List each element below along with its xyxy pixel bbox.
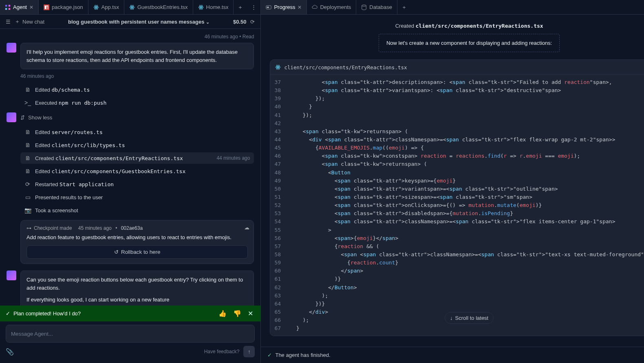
assistant-avatar bbox=[7, 271, 16, 280]
action-row[interactable]: 🗎Created client/src/components/EntryReac… bbox=[20, 152, 254, 164]
file-icon: 🗎 bbox=[24, 86, 31, 93]
action-row[interactable]: >_Executed npm run db:push bbox=[20, 97, 254, 108]
chat-title[interactable]: blog guestbook with persistent user name… bbox=[68, 19, 210, 25]
new-chat-button[interactable]: ＋ New chat bbox=[15, 18, 44, 25]
code-card: client/src/components/EntryReactions.tsx… bbox=[270, 59, 644, 336]
npm-icon bbox=[44, 4, 49, 10]
send-button[interactable]: ↑ bbox=[243, 346, 255, 357]
database-icon bbox=[361, 4, 367, 10]
arrow-down-icon: ↓ bbox=[450, 315, 453, 321]
undo-icon: ↺ bbox=[114, 249, 119, 255]
present-icon: ▭ bbox=[24, 194, 31, 200]
tab-database[interactable]: Database bbox=[356, 0, 397, 14]
checkpoint-description: Add reaction feature to guestbook entrie… bbox=[26, 234, 248, 240]
chat-scroll[interactable]: 46 minutes ago • Read I'll help you impl… bbox=[0, 29, 260, 306]
show-less-toggle[interactable]: ⇵ Show less bbox=[20, 114, 52, 121]
svg-point-21 bbox=[362, 4, 366, 6]
progress-content[interactable]: Created client/src/components/EntryReact… bbox=[261, 15, 644, 347]
file-icon: 🗎 bbox=[24, 129, 31, 135]
svg-rect-2 bbox=[5, 8, 7, 9]
cloud-icon[interactable]: ☁ bbox=[244, 224, 249, 231]
action-row[interactable]: 🗎Edited server/routes.ts bbox=[20, 126, 254, 138]
assistant-message: I'll help you implement emoji reactions … bbox=[7, 43, 254, 69]
tab-label: GuestbookEntries.tsx bbox=[137, 4, 188, 10]
created-heading: Created client/src/components/EntryReact… bbox=[270, 23, 644, 29]
tab-guestbook-entries[interactable]: GuestbookEntries.tsx bbox=[124, 0, 193, 14]
grid-icon bbox=[5, 4, 11, 10]
restart-icon: ⟳ bbox=[24, 181, 31, 187]
svg-point-7 bbox=[95, 7, 97, 8]
tab-overflow-menu[interactable]: ⋮ bbox=[247, 0, 260, 14]
action-text: Took a screenshot bbox=[35, 207, 78, 213]
checkpoint-card: ☁ ⊶ Checkpoint made 45 minutes ago • 002… bbox=[20, 220, 254, 264]
react-icon bbox=[275, 64, 281, 70]
thumbs-down-button[interactable]: 👎 bbox=[232, 309, 243, 318]
react-icon bbox=[129, 4, 135, 10]
progress-footer: ✓ The agent has finished. ⤢ 📌 bbox=[261, 347, 644, 363]
svg-rect-6 bbox=[46, 6, 48, 9]
rollback-button[interactable]: ↺ Rollback to here bbox=[26, 245, 248, 259]
plan-status-bar: ✓ Plan completed! How'd I do? 👍 👎 ✕ bbox=[0, 306, 260, 321]
svg-point-15 bbox=[200, 7, 201, 8]
message-bubble: I'll help you implement emoji reactions … bbox=[20, 43, 254, 69]
svg-rect-1 bbox=[9, 4, 10, 6]
tab-home-tsx[interactable]: Home.tsx bbox=[193, 0, 234, 14]
action-text: Edited db/schema.ts bbox=[35, 87, 90, 93]
assistant-show-less: ⇵ Show less bbox=[7, 112, 254, 122]
action-text: Presented results to the user bbox=[35, 194, 103, 200]
camera-icon: 📷 bbox=[24, 207, 31, 213]
tab-label: Deployments bbox=[320, 4, 351, 10]
close-icon[interactable]: ✕ bbox=[298, 4, 302, 10]
dismiss-button[interactable]: ✕ bbox=[246, 309, 255, 318]
add-tab-button[interactable]: ＋ bbox=[397, 0, 411, 14]
tab-app-tsx[interactable]: App.tsx bbox=[88, 0, 124, 14]
chat-timestamp: 46 minutes ago • Read bbox=[7, 34, 254, 40]
close-icon[interactable]: ✕ bbox=[29, 4, 33, 10]
action-text: Edited client/src/lib/types.ts bbox=[35, 142, 125, 148]
react-icon bbox=[198, 4, 204, 10]
refresh-icon[interactable]: ⟳ bbox=[250, 19, 255, 25]
action-row[interactable]: ▭Presented results to the user bbox=[20, 191, 254, 203]
action-row[interactable]: ⟳Restarted Start application bbox=[20, 178, 254, 190]
file-icon: 🗎 bbox=[24, 142, 31, 148]
chat-subheader: ☰ ＋ New chat blog guestbook with persist… bbox=[0, 15, 260, 29]
list-icon[interactable]: ☰ bbox=[6, 19, 11, 25]
code-content[interactable]: <span class="tk-attr">descriptionspan>: … bbox=[285, 75, 644, 336]
tab-label: package.json bbox=[52, 4, 83, 10]
plus-icon: ＋ bbox=[15, 18, 20, 25]
action-row[interactable]: 🗎Edited client/src/lib/types.ts bbox=[20, 139, 254, 151]
feedback-link[interactable]: Have feedback? bbox=[204, 349, 240, 354]
action-text: Executed npm run db:push bbox=[35, 100, 106, 106]
tab-label: App.tsx bbox=[101, 4, 119, 10]
svg-rect-20 bbox=[267, 7, 269, 8]
action-text: Edited client/src/components/GuestbookEn… bbox=[35, 168, 185, 174]
progress-note: Now let's create a new component for dis… bbox=[379, 34, 560, 52]
tab-label: Home.tsx bbox=[206, 4, 229, 10]
commit-icon: ⊶ bbox=[26, 225, 31, 231]
term-icon: >_ bbox=[24, 99, 31, 106]
thumbs-up-button[interactable]: 👍 bbox=[217, 309, 228, 318]
code-file-path: client/src/components/EntryReactions.tsx bbox=[284, 64, 407, 70]
check-icon: ✓ bbox=[6, 310, 10, 317]
scroll-to-latest-button[interactable]: ↓ Scroll to latest bbox=[445, 312, 494, 324]
composer: 📎 Have feedback? ↑ bbox=[0, 321, 260, 363]
footer-status: The agent has finished. bbox=[275, 352, 330, 358]
add-tab-button[interactable]: ＋ bbox=[234, 0, 247, 14]
assistant-message: Can you see the emoji reaction buttons b… bbox=[7, 271, 254, 306]
action-row[interactable]: 📷Took a screenshot bbox=[20, 205, 254, 216]
tab-label: Database bbox=[369, 4, 392, 10]
tab-package-json[interactable]: package.json bbox=[39, 0, 88, 14]
created-path: client/src/components/EntryReactions.tsx bbox=[416, 23, 543, 29]
tab-progress[interactable]: Progress ✕ bbox=[261, 0, 307, 14]
tab-agent[interactable]: Agent ✕ bbox=[0, 0, 39, 14]
action-row[interactable]: 🗎Edited client/src/components/GuestbookE… bbox=[20, 165, 254, 177]
action-row[interactable]: 🗎Edited db/schema.ts bbox=[20, 84, 254, 95]
tab-deployments[interactable]: Deployments bbox=[307, 0, 356, 14]
svg-rect-0 bbox=[5, 4, 7, 6]
progress-icon bbox=[266, 4, 271, 10]
attach-button[interactable]: 📎 bbox=[6, 348, 14, 356]
collapse-icon: ⇵ bbox=[20, 114, 25, 121]
left-tabs: Agent ✕ package.json App.tsx GuestbookEn… bbox=[0, 0, 260, 15]
message-input[interactable] bbox=[6, 325, 255, 343]
svg-rect-3 bbox=[9, 8, 10, 9]
